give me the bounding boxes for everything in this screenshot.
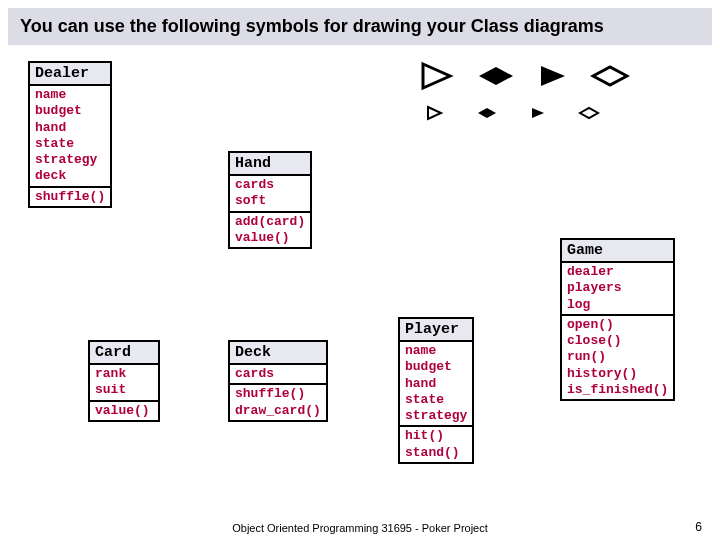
- class-member: dealer: [567, 264, 668, 280]
- class-hand: Hand cardssoft add(card)value(): [228, 151, 312, 249]
- class-attributes: dealerplayerslog: [562, 263, 673, 316]
- class-methods: shuffle()draw_card(): [230, 385, 326, 420]
- filled-diamond-icon: [476, 64, 516, 88]
- class-card: Card ranksuit value(): [88, 340, 160, 422]
- class-methods: open()close()run()history()is_finished(): [562, 316, 673, 399]
- filled-diamond-icon: [476, 106, 498, 120]
- class-attributes: cards: [230, 365, 326, 385]
- class-name: Game: [562, 240, 673, 263]
- class-attributes: ranksuit: [90, 365, 158, 402]
- class-member: open(): [567, 317, 668, 333]
- class-name: Hand: [230, 153, 310, 176]
- svg-marker-1: [479, 67, 513, 85]
- filled-triangle-right-icon: [530, 106, 546, 120]
- class-name: Player: [400, 319, 472, 342]
- class-member: hand: [35, 120, 105, 136]
- class-member: state: [35, 136, 105, 152]
- class-member: shuffle(): [35, 189, 105, 205]
- svg-marker-4: [428, 107, 441, 119]
- class-methods: shuffle(): [30, 188, 110, 206]
- class-deck: Deck cards shuffle()draw_card(): [228, 340, 328, 422]
- uml-symbols-palette: [420, 61, 630, 135]
- class-game: Game dealerplayerslog open()close()run()…: [560, 238, 675, 401]
- class-attributes: namebudgethandstatestrategy: [400, 342, 472, 427]
- open-triangle-right-icon: [420, 61, 454, 91]
- class-member: players: [567, 280, 668, 296]
- class-member: name: [405, 343, 467, 359]
- svg-marker-6: [532, 108, 544, 118]
- class-member: hit(): [405, 428, 467, 444]
- class-player: Player namebudgethandstatestrategy hit()…: [398, 317, 474, 464]
- svg-marker-7: [580, 108, 598, 118]
- class-methods: add(card)value(): [230, 213, 310, 248]
- class-member: state: [405, 392, 467, 408]
- class-member: draw_card(): [235, 403, 321, 419]
- open-diamond-icon: [590, 64, 630, 88]
- svg-marker-3: [593, 67, 627, 85]
- slide-title: You can use the following symbols for dr…: [8, 8, 712, 45]
- class-member: soft: [235, 193, 305, 209]
- class-member: history(): [567, 366, 668, 382]
- class-name: Dealer: [30, 63, 110, 86]
- class-member: budget: [35, 103, 105, 119]
- diagram-canvas: Dealer namebudgethandstatestrategydeck s…: [0, 53, 720, 493]
- class-member: value(): [235, 230, 305, 246]
- class-member: is_finished(): [567, 382, 668, 398]
- svg-marker-2: [541, 66, 565, 86]
- class-member: value(): [95, 403, 153, 419]
- class-member: suit: [95, 382, 153, 398]
- class-attributes: namebudgethandstatestrategydeck: [30, 86, 110, 188]
- class-member: deck: [35, 168, 105, 184]
- class-name: Card: [90, 342, 158, 365]
- class-member: run(): [567, 349, 668, 365]
- class-methods: hit()stand(): [400, 427, 472, 462]
- svg-marker-0: [423, 64, 450, 88]
- class-member: close(): [567, 333, 668, 349]
- class-member: strategy: [405, 408, 467, 424]
- svg-marker-5: [478, 108, 496, 118]
- filled-triangle-right-icon: [538, 63, 568, 89]
- class-member: rank: [95, 366, 153, 382]
- class-attributes: cardssoft: [230, 176, 310, 213]
- class-dealer: Dealer namebudgethandstatestrategydeck s…: [28, 61, 112, 208]
- class-member: budget: [405, 359, 467, 375]
- symbol-row-small: [426, 105, 630, 121]
- class-member: strategy: [35, 152, 105, 168]
- page-number: 6: [695, 520, 702, 534]
- slide-footer: Object Oriented Programming 31695 - Poke…: [0, 522, 720, 534]
- class-member: shuffle(): [235, 386, 321, 402]
- class-member: hand: [405, 376, 467, 392]
- class-member: log: [567, 297, 668, 313]
- symbol-row-large: [420, 61, 630, 91]
- class-name: Deck: [230, 342, 326, 365]
- class-member: stand(): [405, 445, 467, 461]
- class-member: name: [35, 87, 105, 103]
- class-member: add(card): [235, 214, 305, 230]
- class-member: cards: [235, 177, 305, 193]
- open-diamond-icon: [578, 106, 600, 120]
- class-member: cards: [235, 366, 321, 382]
- class-methods: value(): [90, 402, 158, 420]
- open-triangle-right-icon: [426, 105, 444, 121]
